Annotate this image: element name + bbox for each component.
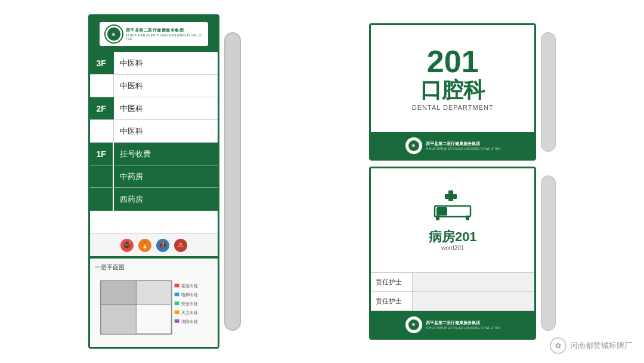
- no-fire-icon: 🔥: [138, 239, 151, 252]
- dental-footer: ⊕ 西平县第二医疗健康服务集团 XI HUA XIAN DI ER YI LIA…: [371, 132, 534, 159]
- totem-logo-en: XI HUA XIAN DI ER YI LIAO JIAN KANG FU W…: [126, 33, 203, 41]
- svg-text:安全出处: 安全出处: [181, 302, 197, 306]
- svg-text:电梯出处: 电梯出处: [181, 293, 197, 297]
- floor-row-1f-1: 1F 挂号收费: [90, 143, 218, 165]
- ward-info-row-1: 责任护士: [371, 273, 534, 292]
- main-container: ⊕ 西平县第二医疗健康服务集团 XI HUA XIAN DI ER YI LIA…: [0, 0, 644, 363]
- svg-rect-18: [436, 216, 439, 220]
- svg-rect-15: [445, 194, 457, 199]
- totem-icons: 🚭 🔥 📵 ⚠: [90, 233, 218, 257]
- ward-sub: word201: [441, 245, 464, 251]
- svg-rect-10: [174, 310, 179, 314]
- bed-svg: [432, 189, 473, 222]
- dept-2f-1: 中医科: [114, 97, 218, 119]
- svg-rect-4: [174, 284, 179, 287]
- ward-footer-logo-inner: ⊕: [408, 319, 419, 330]
- ward-info-value-1: [413, 273, 534, 291]
- svg-text:紧急出处: 紧急出处: [181, 284, 197, 288]
- map-svg: 紧急出处 电梯出处 安全出处 天文出处 消防出处: [95, 275, 213, 340]
- svg-rect-3: [101, 281, 136, 304]
- dental-footer-cn: 西平县第二医疗健康服务集团: [426, 141, 500, 147]
- floor-label-3f: 3F: [90, 52, 114, 74]
- dental-footer-logo: ⊕: [405, 137, 422, 154]
- emergency-icon: ⚠: [174, 239, 187, 252]
- floor-label-2f: 2F: [90, 97, 114, 119]
- dental-sign-row: 201 口腔科 DENTAL DEPARTMENT ⊕ 西平县第二医疗健康服务集…: [369, 23, 556, 161]
- svg-rect-6: [174, 293, 179, 296]
- no-smoking-icon: 🚭: [120, 239, 134, 252]
- totem-directory: 3F 中医科 中医科 2F 中医科 中医科 1F: [90, 52, 218, 233]
- totem-sign: ⊕ 西平县第二医疗健康服务集团 XI HUA XIAN DI ER YI LIA…: [88, 14, 219, 349]
- floor-row-2f-1: 2F 中医科: [90, 97, 218, 120]
- ward-footer-en: XI HUA XIAN DI ER YI LIAO JIAN KANG FU W…: [426, 326, 500, 330]
- watermark-icon: ✿: [550, 337, 566, 354]
- svg-rect-12: [174, 319, 179, 323]
- totem-logo-cn: 西平县第二医疗健康服务集团: [126, 27, 203, 33]
- floor-row-3f-2: 中医科: [90, 75, 218, 97]
- svg-rect-17: [436, 207, 447, 216]
- dental-top: 201 口腔科 DENTAL DEPARTMENT: [371, 25, 534, 132]
- dept-3f-1: 中医科: [114, 52, 218, 74]
- ward-footer-logo: ⊕: [405, 316, 422, 333]
- svg-text:天文出处: 天文出处: [181, 310, 197, 315]
- totem-sign-row: ⊕ 西平县第二医疗健康服务集团 XI HUA XIAN DI ER YI LIA…: [88, 14, 241, 349]
- svg-rect-19: [466, 216, 469, 220]
- ward-info-label-1: 责任护士: [371, 273, 413, 291]
- svg-rect-8: [174, 302, 179, 305]
- totem-map: 一层平面图 紧急出处 电梯出处 安全出处: [90, 257, 218, 347]
- dept-2f-2: 中医科: [114, 120, 218, 142]
- dental-sign: 201 口腔科 DENTAL DEPARTMENT ⊕ 西平县第二医疗健康服务集…: [369, 23, 536, 161]
- map-diagram: 紧急出处 电梯出处 安全出处 天文出处 消防出处: [95, 275, 213, 340]
- dept-1f-2: 中药房: [114, 165, 218, 187]
- floor-row-1f-3: 西药房: [90, 188, 218, 211]
- floor-label-1f-e2: [90, 165, 114, 187]
- hospital-logo: ⊕: [104, 24, 123, 44]
- map-title: 一层平面图: [95, 263, 213, 272]
- ward-footer-cn: 西平县第二医疗健康服务集团: [426, 320, 500, 326]
- totem-header: ⊕ 西平县第二医疗健康服务集团 XI HUA XIAN DI ER YI LIA…: [90, 16, 218, 52]
- svg-text:消防出处: 消防出处: [181, 319, 197, 324]
- dept-3f-2: 中医科: [114, 75, 218, 97]
- floor-row-1f-2: 中药房: [90, 165, 218, 188]
- hospital-logo-inner: ⊕: [107, 27, 120, 41]
- dept-1f-1: 挂号收费: [114, 143, 218, 165]
- dental-footer-logo-inner: ⊕: [408, 140, 419, 151]
- floor-label-3f-empty: [90, 75, 114, 97]
- ward-top: 病房201 word201: [371, 168, 534, 272]
- dental-dept-cn: 口腔科: [420, 77, 485, 103]
- ward-footer: ⊕ 西平县第二医疗健康服务集团 XI HUA XIAN DI ER YI LIA…: [371, 311, 534, 338]
- ward-sign: 病房201 word201 责任护士 责任护士 ⊕: [369, 167, 536, 340]
- no-phone-icon: 📵: [156, 239, 169, 252]
- floor-label-1f-e3: [90, 188, 114, 211]
- ward-bed-icon: [432, 189, 473, 224]
- ward-info: 责任护士 责任护士: [371, 272, 534, 311]
- dept-1f-3: 西药房: [114, 188, 218, 211]
- floor-label-2f-empty: [90, 120, 114, 142]
- floor-label-1f: 1F: [90, 143, 114, 165]
- totem-side-piece: [224, 32, 241, 331]
- watermark-text: 河南都赞城标牌厂: [570, 340, 632, 351]
- ward-info-value-2: [413, 292, 534, 310]
- svg-rect-2: [101, 304, 136, 334]
- right-section: 201 口腔科 DENTAL DEPARTMENT ⊕ 西平县第二医疗健康服务集…: [369, 23, 556, 340]
- floor-row-3f-1: 3F 中医科: [90, 52, 218, 75]
- ward-footer-text: 西平县第二医疗健康服务集团 XI HUA XIAN DI ER YI LIAO …: [426, 320, 500, 330]
- ward-info-label-2: 责任护士: [371, 292, 413, 310]
- dental-room-number: 201: [427, 46, 479, 77]
- ward-side-piece: [541, 176, 556, 331]
- floor-row-2f-2: 中医科: [90, 120, 218, 143]
- ward-info-row-2: 责任护士: [371, 292, 534, 311]
- totem-logo-area: ⊕ 西平县第二医疗健康服务集团 XI HUA XIAN DI ER YI LIA…: [100, 22, 208, 46]
- dental-dept-en: DENTAL DEPARTMENT: [412, 104, 494, 111]
- watermark: ✿ 河南都赞城标牌厂: [550, 337, 632, 354]
- ward-sign-row: 病房201 word201 责任护士 责任护士 ⊕: [369, 167, 556, 340]
- dental-side-piece: [541, 32, 556, 152]
- ward-name: 病房201: [429, 229, 477, 245]
- svg-rect-1: [136, 281, 171, 304]
- dental-footer-text: 西平县第二医疗健康服务集团 XI HUA XIAN DI ER YI LIAO …: [426, 141, 500, 150]
- dental-footer-en: XI HUA XIAN DI ER YI LIAO JIAN KANG FU W…: [426, 147, 500, 150]
